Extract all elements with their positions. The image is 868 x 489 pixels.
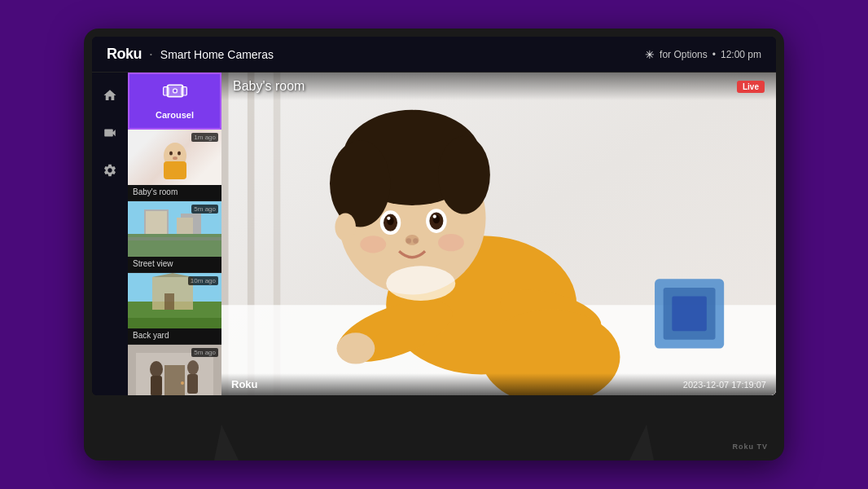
carousel-item[interactable]: Carousel <box>128 73 221 130</box>
app-title: Smart Home Cameras <box>160 48 274 61</box>
roku-watermark: Roku <box>231 378 258 390</box>
carousel-label: Carousel <box>156 110 194 120</box>
svg-point-50 <box>387 217 390 220</box>
tv-brand-label: Roku TV <box>732 443 768 451</box>
tv-stand-right <box>629 425 654 460</box>
svg-rect-1 <box>163 87 168 95</box>
camera-name-baby: Baby's room <box>128 185 221 200</box>
svg-rect-2 <box>182 87 186 95</box>
camera-name-backyard: Back yard <box>128 328 221 344</box>
header-separator: • <box>150 51 152 58</box>
svg-point-58 <box>360 236 386 253</box>
main-camera-view: Baby's room Live Roku 2023-12-07 17:19:0… <box>221 73 776 395</box>
camera-timestamp: 2023-12-07 17:19:07 <box>683 380 766 390</box>
svg-rect-22 <box>164 293 174 310</box>
svg-rect-13 <box>146 211 167 234</box>
camera-name-street: Street view <box>128 257 221 272</box>
tv-frame: Roku • Smart Home Cameras ✳ for Options … <box>84 29 784 460</box>
backyard-time-badge: 10m ago <box>188 276 218 285</box>
svg-point-56 <box>406 238 411 243</box>
header-dot2: • <box>712 49 716 60</box>
carousel-icon <box>162 82 188 107</box>
street-time-badge: 5m ago <box>191 205 218 214</box>
app-content: Carousel <box>92 73 776 395</box>
camera-thumb-frontdoor: 5m ago <box>128 345 221 395</box>
svg-point-29 <box>187 360 199 375</box>
camera-item-street[interactable]: 5m ago Street view <box>128 201 221 273</box>
header-right: ✳ for Options • 12:00 pm <box>645 48 761 61</box>
options-text: for Options <box>660 49 708 60</box>
svg-point-6 <box>169 151 173 155</box>
svg-rect-30 <box>187 374 198 394</box>
svg-point-59 <box>438 234 464 251</box>
svg-rect-16 <box>128 237 221 240</box>
camera-thumb-baby: 1m ago <box>128 130 221 185</box>
camera-item-frontdoor[interactable]: 5m ago Front door <box>128 345 221 395</box>
svg-rect-25 <box>164 365 185 395</box>
clock: 12:00 pm <box>721 49 761 60</box>
svg-rect-15 <box>177 218 193 234</box>
baby-time-badge: 1m ago <box>191 133 218 142</box>
camera-list: Carousel <box>128 73 221 395</box>
svg-rect-64 <box>672 297 707 332</box>
sidebar-camera-icon[interactable] <box>99 121 121 144</box>
svg-rect-19 <box>128 318 221 328</box>
asterisk-icon: ✳ <box>645 48 655 61</box>
svg-rect-9 <box>164 161 186 179</box>
svg-point-4 <box>173 90 176 92</box>
header-left: Roku • Smart Home Cameras <box>107 46 274 63</box>
camera-thumb-street: 5m ago <box>128 201 221 257</box>
tv-stand-left <box>214 425 239 460</box>
camera-thumb-backyard: 10m ago <box>128 273 221 328</box>
svg-point-54 <box>433 215 436 218</box>
svg-point-26 <box>181 381 184 385</box>
svg-point-60 <box>335 213 356 240</box>
camera-bottom-bar: Roku 2023-12-07 17:19:07 <box>221 373 776 395</box>
sidebar <box>92 73 128 395</box>
camera-title-text: Baby's room <box>233 79 305 94</box>
live-badge: Live <box>737 81 765 93</box>
svg-point-46 <box>438 136 490 214</box>
svg-rect-28 <box>151 376 162 395</box>
svg-point-45 <box>330 140 390 227</box>
sidebar-settings-icon[interactable] <box>99 159 121 182</box>
svg-point-57 <box>413 238 418 243</box>
svg-point-39 <box>337 333 375 363</box>
camera-item-baby[interactable]: 1m ago Baby's room <box>128 130 221 201</box>
camera-title-bar: Baby's room Live <box>221 73 776 100</box>
tv-screen: Roku • Smart Home Cameras ✳ for Options … <box>92 37 776 395</box>
svg-point-7 <box>178 151 181 155</box>
app-header: Roku • Smart Home Cameras ✳ for Options … <box>92 37 776 73</box>
sidebar-home-icon[interactable] <box>99 84 121 107</box>
frontdoor-time-badge: 5m ago <box>191 348 218 357</box>
svg-point-61 <box>386 266 455 301</box>
roku-logo: Roku <box>107 46 142 63</box>
camera-item-backyard[interactable]: 10m ago Back yard <box>128 273 221 345</box>
svg-point-27 <box>150 361 163 377</box>
svg-point-8 <box>173 156 178 160</box>
